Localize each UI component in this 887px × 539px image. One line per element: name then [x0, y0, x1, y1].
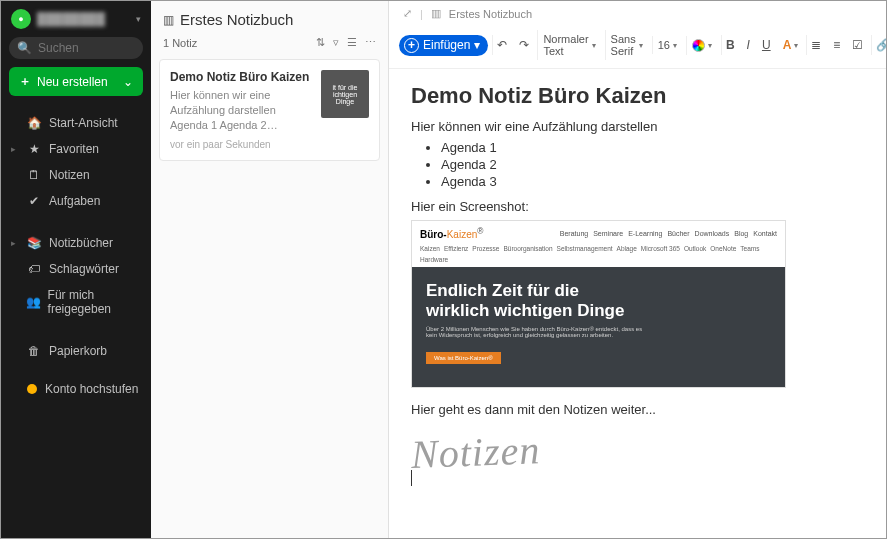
font-size-select[interactable]: 16▾: [652, 36, 682, 54]
expand-icon[interactable]: ⤢: [403, 7, 412, 20]
nav-icon: ✔: [27, 194, 41, 208]
notebook-icon: ▥: [431, 7, 441, 20]
search-icon: 🔍: [17, 41, 32, 55]
chevron-down-icon: ⌄: [123, 75, 133, 89]
font-family-select[interactable]: Sans Serif▾: [605, 30, 648, 60]
redo-button[interactable]: ↷: [515, 35, 533, 55]
text-color-button[interactable]: ▾: [686, 36, 717, 55]
breadcrumb-notebook[interactable]: Erstes Notizbuch: [449, 8, 532, 20]
nav-icon: 🏠: [27, 116, 41, 130]
sidebar-item-papierkorb[interactable]: 🗑 Papierkorb: [1, 338, 151, 364]
upgrade-account[interactable]: Konto hochstufen: [1, 376, 151, 402]
note-continue: Hier geht es dann mit den Notizen weiter…: [411, 402, 864, 417]
nav-label: Papierkorb: [49, 344, 107, 358]
search-input[interactable]: [38, 41, 135, 55]
notebook-icon: ▥: [163, 13, 174, 27]
bullet-item: Agenda 1: [441, 140, 864, 155]
account-row[interactable]: ● ████████ ▾: [1, 1, 151, 37]
upgrade-label: Konto hochstufen: [45, 382, 138, 396]
plus-icon: +: [404, 38, 419, 53]
user-name: ████████: [37, 12, 130, 26]
bullet-item: Agenda 2: [441, 157, 864, 172]
sidebar-item-favoriten[interactable]: ▸ ★ Favoriten: [1, 136, 151, 162]
nav-label: Notizbücher: [49, 236, 113, 250]
search-box[interactable]: 🔍: [9, 37, 143, 59]
underline-button[interactable]: U: [758, 35, 775, 55]
bullet-item: Agenda 3: [441, 174, 864, 189]
color-swatch-icon: [692, 39, 705, 52]
sort-icon[interactable]: ⇅: [316, 36, 325, 49]
link-button[interactable]: 🔗: [871, 35, 886, 55]
nav-label: Favoriten: [49, 142, 99, 156]
sidebar-item-f-r-mich-freigegeben[interactable]: 👥 Für mich freigegeben: [1, 282, 151, 322]
nav-label: Notizen: [49, 168, 90, 182]
avatar: ●: [11, 9, 31, 29]
embedded-screenshot: Büro-Kaizen® BeratungSeminareE-LearningB…: [411, 220, 786, 388]
notebook-title: Erstes Notizbuch: [180, 11, 293, 28]
chevron-down-icon: ▾: [474, 38, 480, 52]
sidebar: ● ████████ ▾ 🔍 ＋ Neu erstellen ⌄ 🏠 Start…: [1, 1, 151, 538]
shot-nav-primary: BeratungSeminareE-LearningBücherDownload…: [560, 230, 777, 237]
nav-label: Aufgaben: [49, 194, 100, 208]
chevron-down-icon: ▾: [136, 14, 141, 24]
bold-button[interactable]: B: [721, 35, 739, 55]
screenshot-label: Hier ein Screenshot:: [411, 199, 864, 214]
nav-icon: 🗑: [27, 344, 41, 358]
nav-icon: ★: [27, 142, 41, 156]
caret-icon: ▸: [11, 144, 19, 154]
note-card-snippet: Hier können wir eine Aufzählung darstell…: [170, 88, 313, 133]
nav-label: Schlagwörter: [49, 262, 119, 276]
paragraph-style-select[interactable]: Normaler Text▾: [537, 30, 600, 60]
nav-icon: 🗒: [27, 168, 41, 182]
editor-toolbar: + Einfügen ▾ ↶ ↷ Normaler Text▾ Sans Ser…: [389, 26, 886, 69]
insert-button[interactable]: + Einfügen ▾: [399, 35, 488, 56]
sidebar-item-notizb-cher[interactable]: ▸ 📚 Notizbücher: [1, 230, 151, 256]
nav-label: Für mich freigegeben: [48, 288, 141, 316]
handwriting: Notizen: [410, 415, 864, 478]
bullet-list-button[interactable]: ≣: [806, 35, 825, 55]
shot-nav-secondary: KaizenEffizienzProzesseBüroorganisationS…: [412, 245, 785, 267]
upgrade-icon: [27, 384, 37, 394]
note-card[interactable]: Demo Notiz Büro Kaizen Hier können wir e…: [159, 59, 380, 161]
sidebar-item-notizen[interactable]: 🗒 Notizen: [1, 162, 151, 188]
insert-label: Einfügen: [423, 38, 470, 52]
more-icon[interactable]: ⋯: [365, 36, 376, 49]
caret-icon: ▸: [11, 238, 19, 248]
nav-icon: 🏷: [27, 262, 41, 276]
note-card-thumb: it für die ichtigen Dinge: [321, 70, 369, 118]
new-button-label: Neu erstellen: [37, 75, 108, 89]
shot-cta: Was ist Büro-Kaizen®: [426, 352, 501, 364]
note-card-time: vor ein paar Sekunden: [170, 139, 313, 150]
number-list-button[interactable]: ≡: [829, 35, 844, 55]
shot-brand: Büro-Kaizen®: [420, 226, 483, 240]
view-icon[interactable]: ☰: [347, 36, 357, 49]
editor-column: ⤢ | ▥ Erstes Notizbuch + Einfügen ▾ ↶ ↷ …: [389, 1, 886, 538]
shot-hero: Endlich Zeit für diewirklich wichtigen D…: [412, 267, 785, 387]
note-title[interactable]: Demo Notiz Büro Kaizen: [411, 83, 864, 109]
note-list-column: ▥ Erstes Notizbuch 1 Notiz ⇅ ▿ ☰ ⋯ Demo …: [151, 1, 389, 538]
undo-button[interactable]: ↶: [492, 35, 511, 55]
note-count: 1 Notiz: [163, 37, 197, 49]
nav-icon: 📚: [27, 236, 41, 250]
nav-icon: 👥: [26, 295, 40, 309]
checklist-button[interactable]: ☑: [848, 35, 867, 55]
sidebar-item-aufgaben[interactable]: ✔ Aufgaben: [1, 188, 151, 214]
italic-button[interactable]: I: [743, 35, 754, 55]
nav-label: Start-Ansicht: [49, 116, 118, 130]
note-body[interactable]: Demo Notiz Büro Kaizen Hier können wir e…: [389, 69, 886, 538]
highlight-button[interactable]: A▾: [779, 35, 803, 55]
plus-icon: ＋: [19, 73, 31, 90]
filter-icon[interactable]: ▿: [333, 36, 339, 49]
sidebar-item-start-ansicht[interactable]: 🏠 Start-Ansicht: [1, 110, 151, 136]
sidebar-item-schlagw-rter[interactable]: 🏷 Schlagwörter: [1, 256, 151, 282]
note-intro: Hier können wir eine Aufzählung darstell…: [411, 119, 864, 134]
new-button[interactable]: ＋ Neu erstellen ⌄: [9, 67, 143, 96]
note-card-title: Demo Notiz Büro Kaizen: [170, 70, 313, 84]
